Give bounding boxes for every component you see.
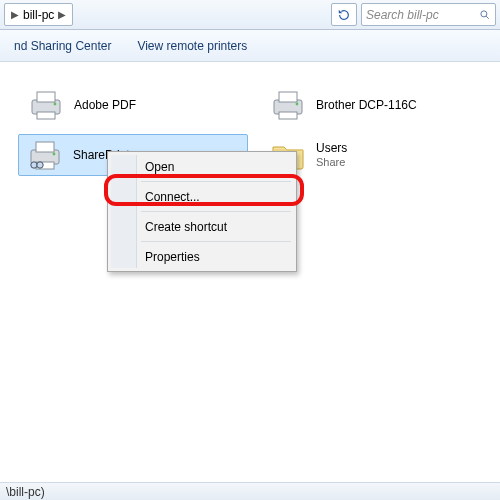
- status-text: \bill-pc): [6, 485, 45, 499]
- printer-icon: [270, 88, 306, 122]
- search-input[interactable]: Search bill-pc: [361, 3, 496, 26]
- svg-point-15: [37, 162, 43, 168]
- toolbar-link-sharing-center[interactable]: nd Sharing Center: [14, 39, 111, 53]
- svg-rect-8: [279, 112, 297, 119]
- context-menu-open[interactable]: Open: [111, 155, 293, 178]
- svg-point-14: [31, 162, 37, 168]
- svg-point-9: [296, 103, 299, 106]
- search-icon: [479, 9, 491, 21]
- separator: [141, 181, 291, 182]
- context-menu-connect[interactable]: Connect...: [111, 185, 293, 208]
- refresh-button[interactable]: [331, 3, 357, 26]
- context-menu-label: Properties: [145, 250, 200, 264]
- svg-point-5: [54, 103, 57, 106]
- svg-rect-11: [36, 142, 54, 152]
- context-menu: Open Connect... Create shortcut Properti…: [107, 151, 297, 272]
- content-pane: Adobe PDF Brother DCP-116C SharePrinter: [0, 62, 500, 482]
- chevron-right-icon: ▶: [58, 9, 66, 20]
- status-bar: \bill-pc): [0, 482, 500, 500]
- breadcrumb-text: bill-pc: [23, 8, 54, 22]
- svg-rect-4: [37, 112, 55, 119]
- item-adobe-pdf[interactable]: Adobe PDF: [20, 84, 250, 126]
- svg-point-13: [53, 153, 56, 156]
- item-sublabel: Share: [316, 156, 347, 170]
- chevron-right-icon: ▶: [11, 9, 19, 20]
- context-menu-label: Create shortcut: [145, 220, 227, 234]
- printer-icon: [28, 88, 64, 122]
- address-bar: ▶ bill-pc ▶ Search bill-pc: [0, 0, 500, 30]
- printer-shared-icon: [27, 138, 63, 172]
- search-placeholder: Search bill-pc: [366, 8, 439, 22]
- item-label: Adobe PDF: [74, 98, 136, 113]
- context-menu-label: Connect...: [145, 190, 200, 204]
- svg-rect-7: [279, 92, 297, 102]
- svg-point-0: [481, 10, 487, 16]
- breadcrumb[interactable]: ▶ bill-pc ▶: [4, 3, 73, 26]
- separator: [141, 241, 291, 242]
- svg-line-1: [486, 16, 489, 19]
- item-label: Brother DCP-116C: [316, 98, 417, 113]
- item-label: Users: [316, 141, 347, 156]
- context-menu-label: Open: [145, 160, 174, 174]
- item-brother[interactable]: Brother DCP-116C: [262, 84, 492, 126]
- refresh-icon: [337, 8, 351, 22]
- context-menu-properties[interactable]: Properties: [111, 245, 293, 268]
- toolbar: nd Sharing Center View remote printers: [0, 30, 500, 62]
- separator: [141, 211, 291, 212]
- svg-rect-3: [37, 92, 55, 102]
- toolbar-link-remote-printers[interactable]: View remote printers: [137, 39, 247, 53]
- context-menu-create-shortcut[interactable]: Create shortcut: [111, 215, 293, 238]
